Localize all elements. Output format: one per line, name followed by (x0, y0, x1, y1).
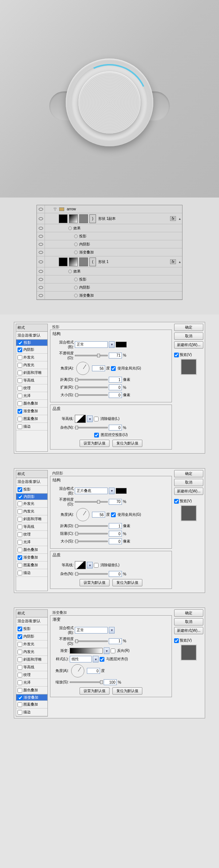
checkbox[interactable] (18, 487, 22, 492)
angle-input[interactable] (92, 365, 105, 371)
drop-shadow-item[interactable]: 投影 (16, 486, 47, 493)
ok-button[interactable]: 确定 (174, 609, 203, 617)
size-input[interactable] (109, 392, 122, 398)
size-input[interactable] (109, 538, 122, 544)
contour-swatch[interactable] (75, 415, 86, 423)
visibility-icon[interactable] (39, 294, 43, 297)
dropdown-icon[interactable]: ▾ (109, 488, 115, 494)
visibility-icon[interactable] (39, 270, 43, 273)
angle-control[interactable] (76, 508, 89, 521)
contour-item[interactable]: 等高线 (16, 377, 47, 384)
layer-row-shape1[interactable]: ( 形状 1 fx▴ (37, 256, 182, 267)
texture-item[interactable]: 纹理 (16, 531, 47, 538)
visibility-icon[interactable] (39, 278, 43, 281)
reset-default-button[interactable]: 复位为默认值 (112, 440, 142, 447)
inner-glow-item[interactable]: 内发光 (16, 508, 47, 515)
angle-control[interactable] (76, 362, 89, 375)
set-default-button[interactable]: 设置为默认值 (80, 687, 110, 695)
bevel-item[interactable]: 斜面和浮雕 (16, 369, 47, 377)
visibility-icon[interactable] (39, 286, 43, 289)
preview-checkbox[interactable] (174, 353, 179, 357)
opacity-slider[interactable] (75, 501, 108, 503)
antialias-checkbox[interactable] (94, 563, 99, 568)
color-overlay-item[interactable]: 颜色叠加 (16, 546, 47, 554)
checkbox[interactable] (18, 555, 22, 560)
checkbox[interactable] (18, 665, 22, 670)
checkbox[interactable] (18, 409, 22, 414)
scale-input[interactable] (104, 679, 117, 685)
checkbox[interactable] (18, 417, 22, 421)
fx-gradient-row[interactable]: 渐变叠加 (37, 248, 182, 256)
color-overlay-item[interactable]: 颜色叠加 (16, 400, 47, 407)
checkbox[interactable] (18, 341, 23, 345)
checkbox[interactable] (18, 424, 22, 429)
checkbox[interactable] (18, 363, 22, 368)
checkbox[interactable] (18, 371, 22, 375)
contour-item[interactable]: 等高线 (16, 523, 47, 531)
checkbox[interactable] (18, 650, 22, 654)
opacity-input[interactable] (109, 353, 122, 358)
blendmode-select[interactable]: 正常 (75, 341, 108, 348)
checkbox[interactable] (18, 394, 22, 398)
preview-checkbox[interactable] (174, 499, 179, 504)
checkbox[interactable] (18, 673, 22, 677)
angle-input[interactable] (87, 668, 100, 674)
fx-dropshadow-row[interactable]: 投影 (37, 232, 182, 240)
size-slider[interactable] (75, 541, 108, 542)
inner-glow-item[interactable]: 内发光 (16, 361, 47, 369)
global-light-checkbox[interactable] (111, 512, 116, 517)
antialias-checkbox[interactable] (94, 417, 99, 421)
checkbox[interactable] (18, 695, 23, 700)
blend-options-item[interactable]: 混合选项:默认 (16, 617, 47, 625)
visibility-icon[interactable] (39, 227, 43, 230)
gradient-overlay-item[interactable]: 渐变叠加 (16, 554, 47, 561)
set-default-button[interactable]: 设置为默认值 (80, 440, 110, 447)
checkbox[interactable] (18, 509, 22, 514)
dropdown-icon[interactable]: ▾ (104, 647, 110, 654)
distance-input[interactable] (109, 377, 122, 383)
blendmode-select[interactable]: 正片叠底 (75, 488, 108, 494)
checkbox[interactable] (18, 634, 22, 639)
dropdown-icon[interactable]: ▾ (87, 416, 93, 422)
checkbox[interactable] (18, 688, 22, 693)
inner-shadow-item[interactable]: 内阴影 (16, 633, 47, 640)
bevel-item[interactable]: 斜面和浮雕 (16, 656, 47, 664)
noise-input[interactable] (109, 571, 122, 577)
expand-icon[interactable]: ▽ (54, 207, 57, 211)
reset-default-button[interactable]: 复位为默认值 (112, 687, 142, 695)
opacity-slider[interactable] (75, 355, 108, 356)
scale-slider[interactable] (70, 681, 103, 683)
checkbox[interactable] (18, 657, 22, 662)
opacity-slider[interactable] (75, 640, 108, 642)
stroke-item[interactable]: 描边 (16, 423, 47, 431)
stroke-item[interactable]: 描边 (16, 709, 47, 716)
cancel-button[interactable]: 取消 (174, 332, 203, 340)
visibility-icon[interactable] (39, 208, 43, 211)
gradient-swatch[interactable] (70, 648, 103, 654)
visibility-icon[interactable] (39, 251, 43, 254)
distance-slider[interactable] (75, 379, 108, 380)
knockout-checkbox[interactable] (94, 433, 99, 437)
set-default-button[interactable]: 设置为默认值 (80, 579, 110, 586)
visibility-icon[interactable] (39, 235, 43, 238)
inner-shadow-item[interactable]: 内阴影 (16, 493, 47, 500)
angle-input[interactable] (92, 512, 105, 518)
noise-input[interactable] (109, 425, 122, 431)
checkbox[interactable] (18, 563, 22, 568)
dropdown-icon[interactable]: ▾ (109, 341, 115, 348)
fx-row[interactable]: 效果 (37, 224, 182, 232)
size-slider[interactable] (75, 394, 108, 396)
checkbox[interactable] (18, 347, 22, 352)
dropdown-icon[interactable]: ▾ (93, 656, 99, 662)
new-style-button[interactable]: 新建样式(W)... (174, 488, 203, 495)
spread-slider[interactable] (75, 387, 108, 388)
checkbox[interactable] (18, 501, 22, 506)
pattern-overlay-item[interactable]: 图案叠加 (16, 701, 47, 709)
new-style-button[interactable]: 新建样式(W)... (174, 627, 203, 634)
gradient-overlay-item[interactable]: 渐变叠加 (16, 407, 47, 415)
checkbox[interactable] (18, 532, 22, 537)
checkbox[interactable] (18, 378, 22, 383)
contour-swatch[interactable] (75, 561, 86, 569)
checkbox[interactable] (18, 517, 22, 522)
gradient-style-select[interactable]: 线性 (70, 656, 92, 662)
